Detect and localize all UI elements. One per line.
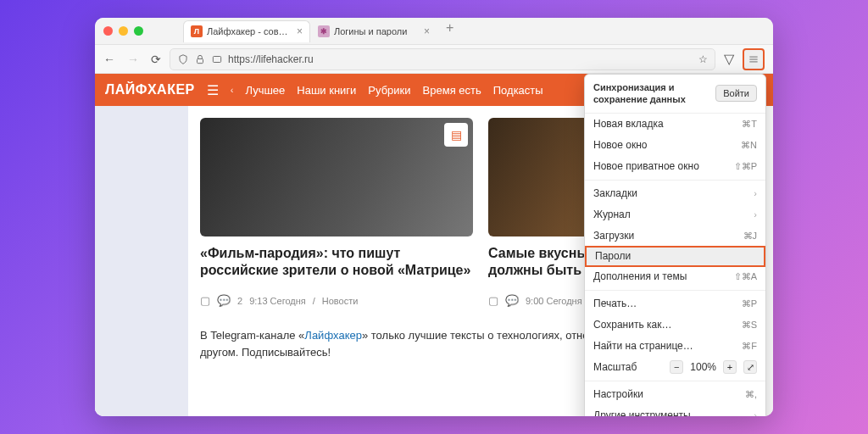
favicon: Л — [191, 25, 203, 37]
lock-icon — [194, 53, 206, 65]
menu-item-label: Другие инструменты — [593, 409, 691, 416]
chevron-left-icon[interactable]: ‹ — [231, 85, 234, 95]
close-tab-icon[interactable]: × — [297, 25, 303, 37]
comments-count: 2 — [237, 296, 242, 306]
pocket-icon[interactable]: ▽ — [724, 51, 734, 67]
menu-shortcut: ⌘F — [742, 341, 757, 352]
site-menu-icon[interactable]: ☰ — [207, 82, 219, 98]
menu-item-label: Новое окно — [593, 139, 648, 151]
sync-header: Синхронизация и сохранение данных — [593, 81, 715, 106]
menu-item-label: Закладки — [593, 187, 637, 199]
menu-item[interactable]: Дополнения и темы⇧⌘A — [585, 266, 765, 287]
comments-icon[interactable]: 💬 — [217, 294, 231, 307]
menu-item[interactable]: Закладки› — [585, 183, 765, 204]
menu-item-label: Найти на странице… — [593, 340, 693, 352]
menu-shortcut: ⌘J — [743, 231, 758, 242]
menu-item-label: Новая вкладка — [593, 118, 664, 130]
bookmark-icon[interactable]: ▢ — [488, 294, 498, 307]
article-meta: ▢ 💬 2 9:13 Сегодня / Новости — [200, 294, 473, 307]
menu-separator — [585, 381, 765, 381]
article-card[interactable]: ▤ «Фильм-пародия»: что пишут российские … — [200, 118, 473, 307]
bookmark-star-icon[interactable]: ☆ — [698, 53, 708, 65]
menu-item-label: Дополнения и темы — [593, 270, 687, 282]
toolbar: ← → ⟳ https://lifehacker.ru ☆ ▽ — [95, 45, 773, 74]
login-button[interactable]: Войти — [715, 85, 757, 102]
chevron-right-icon: › — [754, 188, 757, 198]
close-window-button[interactable] — [103, 26, 113, 36]
article-time: 9:13 Сегодня — [249, 296, 306, 306]
hamburger-icon — [748, 53, 760, 65]
back-button[interactable]: ← — [103, 53, 115, 66]
menu-separator — [585, 290, 765, 291]
app-menu: Синхронизация и сохранение данных Войти … — [584, 74, 766, 416]
menu-item[interactable]: Сохранить как…⌘S — [585, 314, 765, 336]
chevron-right-icon: › — [754, 410, 757, 416]
svg-rect-1 — [213, 56, 220, 62]
menu-item[interactable]: Новая вкладка⌘T — [585, 114, 765, 135]
menu-item-label: Масштаб — [593, 361, 637, 373]
menu-separator — [585, 180, 765, 181]
article-category[interactable]: Новости — [322, 296, 359, 306]
menu-item[interactable]: Масштаб−100%+⤢ — [585, 357, 765, 378]
browser-window: Л Лайфхакер - советы и лайфха… × ✱ Логин… — [95, 18, 773, 416]
menu-shortcut: ⌘T — [742, 119, 757, 130]
zoom-in-button[interactable]: + — [723, 360, 737, 374]
menu-item-label: Загрузки — [593, 230, 634, 242]
promo-link[interactable]: Лайфхакер — [304, 329, 362, 342]
menu-item[interactable]: Настройки⌘, — [585, 384, 765, 405]
close-tab-icon[interactable]: × — [424, 25, 430, 37]
minimize-window-button[interactable] — [119, 26, 128, 36]
browser-tab[interactable]: ✱ Логины и пароли × — [310, 20, 437, 42]
nav-link[interactable]: Рубрики — [368, 84, 410, 97]
site-logo[interactable]: ЛАЙФХАКЕР — [105, 82, 195, 97]
menu-item[interactable]: Новое окно⌘N — [585, 135, 765, 156]
nav-link[interactable]: Время есть — [423, 84, 481, 97]
menu-item[interactable]: Новое приватное окно⇧⌘P — [585, 156, 765, 177]
nav-link[interactable]: Наши книги — [297, 84, 356, 97]
menu-item-label: Настройки — [593, 388, 643, 400]
traffic-lights — [103, 26, 143, 36]
fullscreen-button[interactable]: ⤢ — [743, 360, 757, 374]
browser-tab-active[interactable]: Л Лайфхакер - советы и лайфха… × — [183, 20, 310, 42]
tab-strip: Л Лайфхакер - советы и лайфха… × ✱ Логин… — [183, 20, 462, 42]
chevron-right-icon: › — [754, 209, 757, 220]
app-menu-header: Синхронизация и сохранение данных Войти — [585, 75, 765, 114]
svg-rect-0 — [198, 58, 203, 63]
menu-item-label: Печать… — [593, 298, 637, 309]
menu-shortcut: ⌘P — [742, 298, 757, 309]
url-bar[interactable]: https://lifehacker.ru ☆ — [170, 48, 715, 70]
menu-item[interactable]: Найти на странице…⌘F — [585, 336, 765, 357]
article-time: 9:00 Сегодня — [526, 296, 582, 306]
menu-shortcut: ⌘N — [741, 140, 757, 151]
zoom-out-button[interactable]: − — [670, 360, 683, 374]
maximize-window-button[interactable] — [134, 26, 143, 36]
shield-icon — [177, 53, 189, 65]
permissions-icon — [211, 53, 223, 65]
nav-link[interactable]: Подкасты — [493, 84, 543, 97]
menu-item-label: Журнал — [593, 209, 631, 220]
menu-item-label: Сохранить как… — [593, 319, 671, 331]
comments-icon[interactable]: 💬 — [505, 294, 519, 307]
article-title: «Фильм-пародия»: что пишут российские зр… — [200, 245, 473, 279]
tab-title: Логины и пароли — [334, 26, 420, 36]
menu-item[interactable]: Загрузки⌘J — [585, 225, 765, 247]
app-menu-button[interactable] — [743, 48, 765, 70]
menu-item[interactable]: Пароли — [585, 246, 765, 267]
url-text: https://lifehacker.ru — [228, 53, 314, 65]
menu-shortcut: ⌘, — [745, 389, 757, 400]
menu-item[interactable]: Другие инструменты› — [585, 405, 765, 416]
zoom-controls: −100%+⤢ — [670, 360, 757, 374]
favicon: ✱ — [318, 25, 330, 37]
tab-title: Лайфхакер - советы и лайфха… — [207, 26, 292, 36]
new-tab-button[interactable]: + — [437, 20, 462, 42]
menu-item[interactable]: Печать…⌘P — [585, 293, 765, 314]
menu-item[interactable]: Журнал› — [585, 204, 765, 225]
menu-shortcut: ⇧⌘P — [734, 161, 757, 172]
forward-button[interactable]: → — [127, 53, 139, 66]
menu-shortcut: ⌘S — [742, 320, 757, 331]
zoom-level: 100% — [690, 361, 716, 373]
reload-button[interactable]: ⟳ — [151, 53, 161, 66]
menu-shortcut: ⇧⌘A — [734, 271, 757, 282]
bookmark-icon[interactable]: ▢ — [200, 294, 210, 307]
nav-link[interactable]: Лучшее — [245, 84, 285, 97]
